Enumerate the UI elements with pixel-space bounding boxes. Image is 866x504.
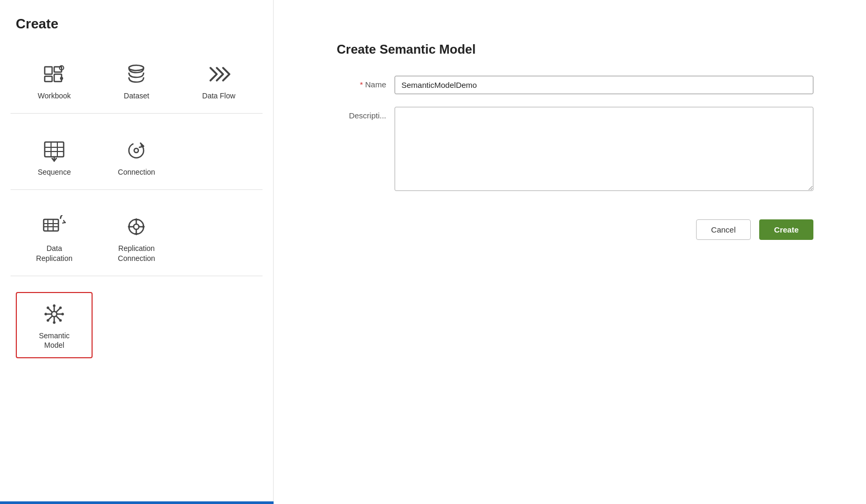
- replication-connection-label: ReplicationConnection: [118, 244, 155, 263]
- left-panel: Create Workbook Dataset: [0, 0, 274, 504]
- section-1: Workbook Dataset Data Flow: [11, 48, 263, 114]
- svg-point-38: [45, 313, 47, 315]
- section-3: DataReplication ReplicationConnection: [11, 200, 263, 276]
- svg-point-37: [53, 321, 56, 324]
- svg-rect-0: [45, 67, 52, 74]
- svg-point-42: [59, 306, 62, 309]
- dataflow-icon: [207, 63, 230, 86]
- dataset-label: Dataset: [124, 91, 149, 100]
- form-actions: Cancel Create: [337, 219, 813, 240]
- sequence-item[interactable]: Sequence: [16, 129, 93, 184]
- section-4: SemanticModel: [11, 287, 263, 364]
- semantic-model-item[interactable]: SemanticModel: [16, 292, 93, 358]
- svg-rect-16: [44, 219, 58, 231]
- name-input[interactable]: [395, 76, 813, 94]
- workbook-item[interactable]: Workbook: [16, 53, 93, 108]
- bottom-bar: [0, 501, 274, 504]
- data-replication-label: DataReplication: [36, 244, 73, 263]
- replication-connection-item[interactable]: ReplicationConnection: [98, 206, 175, 270]
- description-row: Descripti...: [337, 107, 813, 191]
- cancel-button[interactable]: Cancel: [696, 219, 751, 240]
- section-2: Sequence Connection: [11, 124, 263, 190]
- panel-title: Create: [11, 16, 263, 32]
- dataset-item[interactable]: Dataset: [98, 53, 175, 108]
- semantic-model-label: SemanticModel: [39, 331, 69, 350]
- workbook-icon: [43, 63, 66, 86]
- right-panel: Create Semantic Model * Name Descripti..…: [274, 0, 866, 504]
- svg-point-22: [134, 224, 139, 229]
- connection-label: Connection: [118, 167, 155, 177]
- svg-point-14: [129, 143, 144, 158]
- description-label: Descripti...: [337, 107, 395, 120]
- svg-point-5: [60, 77, 63, 80]
- semantic-model-icon: [43, 303, 66, 326]
- sequence-icon: [43, 139, 66, 162]
- create-button[interactable]: Create: [759, 219, 813, 240]
- connection-icon: [125, 139, 148, 162]
- svg-point-40: [47, 306, 49, 309]
- svg-point-36: [53, 304, 56, 307]
- description-textarea[interactable]: [395, 107, 813, 191]
- svg-point-39: [62, 313, 64, 315]
- dataflow-item[interactable]: Data Flow: [180, 53, 257, 108]
- form-title: Create Semantic Model: [337, 42, 813, 57]
- svg-rect-8: [45, 142, 64, 157]
- replication-connection-icon: [125, 215, 148, 238]
- svg-point-7: [129, 65, 144, 70]
- data-replication-icon: [43, 215, 66, 238]
- required-marker: *: [360, 80, 365, 89]
- workbook-label: Workbook: [38, 91, 71, 100]
- dataset-icon: [125, 63, 148, 86]
- sequence-label: Sequence: [38, 167, 71, 177]
- dataflow-label: Data Flow: [202, 91, 235, 100]
- connection-item[interactable]: Connection: [98, 129, 175, 184]
- name-label: * Name: [337, 76, 395, 89]
- svg-rect-1: [45, 76, 52, 82]
- name-row: * Name: [337, 76, 813, 94]
- svg-point-41: [59, 319, 62, 321]
- svg-point-15: [134, 148, 138, 153]
- svg-point-43: [47, 319, 49, 321]
- data-replication-item[interactable]: DataReplication: [16, 206, 93, 270]
